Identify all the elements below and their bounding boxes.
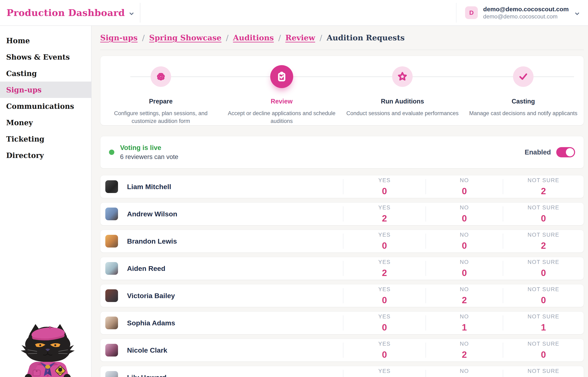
voting-toggle[interactable] bbox=[556, 147, 575, 157]
no-count: 0 bbox=[462, 186, 467, 196]
breadcrumb-link-auditions[interactable]: Auditions bbox=[233, 33, 274, 42]
svg-text:COCO: COCO bbox=[58, 372, 63, 374]
no-count: 1 bbox=[462, 322, 467, 332]
voting-status-title: Voting is live bbox=[120, 144, 178, 152]
page-title: Audition Requests bbox=[327, 33, 405, 42]
step-description: Accept or decline applications and sched… bbox=[223, 110, 340, 125]
yes-label: YES bbox=[378, 259, 390, 265]
audition-requests-list: Liam Mitchell YES0 NO0 NOT SURE2 Andrew … bbox=[100, 175, 584, 377]
not-sure-count: 0 bbox=[541, 268, 546, 278]
not-sure-count: 1 bbox=[541, 322, 546, 332]
step-run-auditions-circle[interactable] bbox=[392, 66, 413, 87]
not-sure-count: 0 bbox=[541, 213, 546, 224]
no-count: 2 bbox=[462, 295, 467, 305]
yes-label: YES bbox=[378, 177, 390, 184]
no-count: 0 bbox=[462, 241, 467, 251]
applicant-row[interactable]: Aiden Reed YES2 NO0 NOT SURE0 bbox=[100, 257, 584, 280]
live-status-dot bbox=[109, 150, 114, 155]
no-label: NO bbox=[460, 204, 469, 211]
step-label: Casting bbox=[512, 98, 535, 105]
applicant-row[interactable]: Andrew Wilson YES2 NO0 NOT SURE0 bbox=[100, 202, 584, 225]
no-count: 0 bbox=[462, 268, 467, 278]
voting-status-subtitle: 6 reviewers can vote bbox=[120, 153, 178, 161]
breadcrumb-separator: / bbox=[320, 33, 322, 42]
top-header: Production Dashboard D demo@demo.cocosco… bbox=[0, 0, 588, 26]
applicant-row[interactable]: Lily Howard YES0 NO0 NOT SURE0 bbox=[100, 366, 584, 377]
step-casting: Casting Manage cast decisions and notify… bbox=[463, 56, 584, 125]
yes-count: 0 bbox=[382, 241, 387, 251]
yes-count: 2 bbox=[382, 213, 387, 224]
sidebar-item-money[interactable]: Money bbox=[0, 114, 91, 131]
breadcrumb-link-review[interactable]: Review bbox=[285, 33, 315, 42]
breadcrumb-separator: / bbox=[226, 33, 228, 42]
step-description: Configure settings, plan sessions, and c… bbox=[102, 110, 219, 125]
yes-count: 0 bbox=[382, 350, 387, 360]
user-name: demo@demo.cocoscout.com bbox=[483, 5, 569, 13]
step-review: Review Accept or decline applications an… bbox=[221, 56, 342, 125]
yes-label: YES bbox=[378, 368, 390, 374]
sidebar-item-sign-ups[interactable]: Sign-ups bbox=[0, 82, 91, 98]
user-menu[interactable]: D demo@demo.cocoscout.com demo@demo.coco… bbox=[456, 3, 588, 23]
sidebar-item-communications[interactable]: Communications bbox=[0, 98, 91, 114]
app-title-menu[interactable]: Production Dashboard bbox=[0, 0, 135, 25]
breadcrumb-separator: / bbox=[278, 33, 281, 42]
breadcrumb-separator: / bbox=[142, 33, 145, 42]
not-sure-label: NOT SURE bbox=[528, 177, 559, 184]
applicant-avatar bbox=[105, 317, 118, 329]
voting-status-banner: Voting is live 6 reviewers can vote Enab… bbox=[100, 136, 584, 168]
yes-label: YES bbox=[378, 286, 390, 293]
check-icon bbox=[518, 71, 529, 82]
sidebar-item-directory[interactable]: Directory bbox=[0, 147, 91, 164]
app-title: Production Dashboard bbox=[7, 7, 125, 18]
yes-count: 2 bbox=[382, 268, 387, 278]
not-sure-label: NOT SURE bbox=[528, 368, 559, 374]
applicant-row[interactable]: Liam Mitchell YES0 NO0 NOT SURE2 bbox=[100, 175, 584, 198]
voting-toggle-label: Enabled bbox=[525, 148, 551, 156]
no-label: NO bbox=[460, 341, 469, 347]
no-label: NO bbox=[460, 368, 469, 374]
applicant-name: Brandon Lewis bbox=[127, 237, 177, 245]
applicant-avatar bbox=[105, 289, 118, 302]
not-sure-label: NOT SURE bbox=[528, 232, 559, 238]
applicant-name: Nicole Clark bbox=[127, 346, 167, 354]
not-sure-label: NOT SURE bbox=[528, 286, 559, 293]
sidebar-item-ticketing[interactable]: Ticketing bbox=[0, 131, 91, 147]
toggle-knob bbox=[566, 148, 574, 156]
breadcrumb-link-spring-showcase[interactable]: Spring Showcase bbox=[149, 33, 222, 42]
yes-count: 0 bbox=[382, 322, 387, 332]
yes-count: 0 bbox=[382, 295, 387, 305]
step-prepare-circle[interactable] bbox=[151, 66, 171, 87]
no-label: NO bbox=[460, 314, 469, 320]
step-description: Manage cast decisions and notify applica… bbox=[469, 110, 577, 118]
step-label: Prepare bbox=[149, 98, 173, 105]
not-sure-count: 2 bbox=[541, 241, 546, 251]
applicant-row[interactable]: Sophia Adams YES0 NO1 NOT SURE1 bbox=[100, 311, 584, 334]
chevron-down-icon bbox=[574, 11, 580, 17]
not-sure-count: 0 bbox=[541, 295, 546, 305]
applicant-avatar bbox=[105, 208, 118, 220]
applicant-row[interactable]: Brandon Lewis YES0 NO0 NOT SURE2 bbox=[100, 230, 584, 253]
sidebar-item-shows-events[interactable]: Shows & Events bbox=[0, 49, 91, 65]
step-review-circle[interactable] bbox=[270, 65, 293, 88]
main-content: Sign-ups / Spring Showcase / Auditions /… bbox=[92, 26, 588, 377]
not-sure-label: NOT SURE bbox=[528, 341, 559, 347]
applicant-row[interactable]: Victoria Bailey YES0 NO2 NOT SURE0 bbox=[100, 284, 584, 307]
yes-label: YES bbox=[378, 204, 390, 211]
applicant-name: Liam Mitchell bbox=[127, 183, 171, 191]
no-count: 0 bbox=[462, 213, 467, 224]
applicant-avatar bbox=[105, 262, 118, 275]
sidebar-item-casting[interactable]: Casting bbox=[0, 65, 91, 82]
sidebar-item-home[interactable]: Home bbox=[0, 32, 91, 49]
no-label: NO bbox=[460, 177, 469, 184]
breadcrumb-link-sign-ups[interactable]: Sign-ups bbox=[100, 33, 138, 42]
applicant-name: Sophia Adams bbox=[127, 319, 175, 327]
yes-label: YES bbox=[378, 341, 390, 347]
not-sure-count: 2 bbox=[541, 186, 546, 196]
gear-icon bbox=[155, 71, 166, 82]
applicant-name: Andrew Wilson bbox=[127, 210, 177, 218]
applicant-row[interactable]: Nicole Clark YES0 NO2 NOT SURE0 bbox=[100, 339, 584, 362]
applicant-avatar bbox=[105, 344, 118, 356]
no-label: NO bbox=[460, 286, 469, 293]
step-description: Conduct sessions and evaluate performanc… bbox=[346, 110, 459, 118]
step-casting-circle[interactable] bbox=[513, 66, 533, 87]
